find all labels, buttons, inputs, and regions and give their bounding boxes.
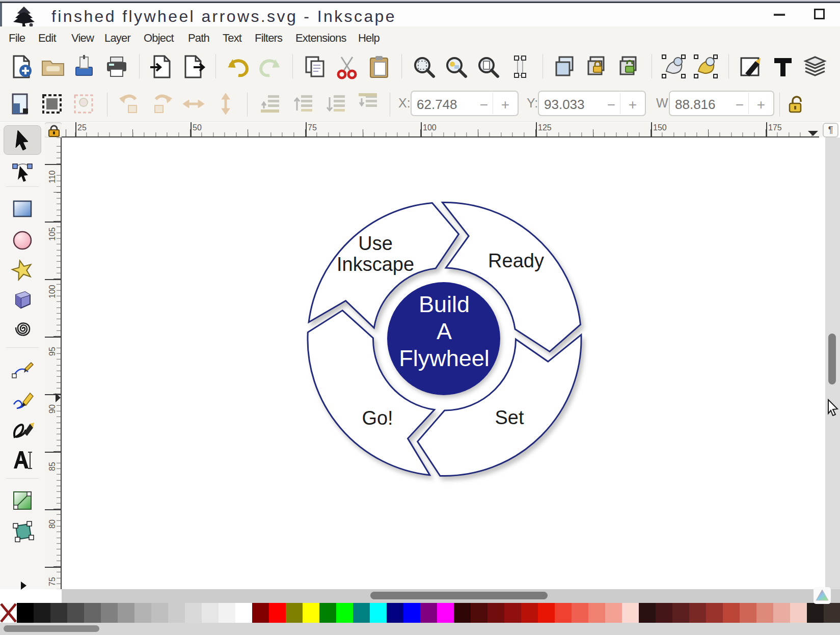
svg-text:Inkscape: Inkscape	[337, 254, 414, 275]
svg-text:Go!: Go!	[362, 407, 393, 429]
svg-text:Flywheel: Flywheel	[399, 345, 490, 371]
svg-text:Ready: Ready	[488, 250, 544, 271]
svg-text:A: A	[437, 318, 452, 344]
svg-text:Build: Build	[419, 291, 470, 317]
svg-text:Set: Set	[495, 407, 524, 428]
svg-text:Use: Use	[358, 233, 393, 254]
